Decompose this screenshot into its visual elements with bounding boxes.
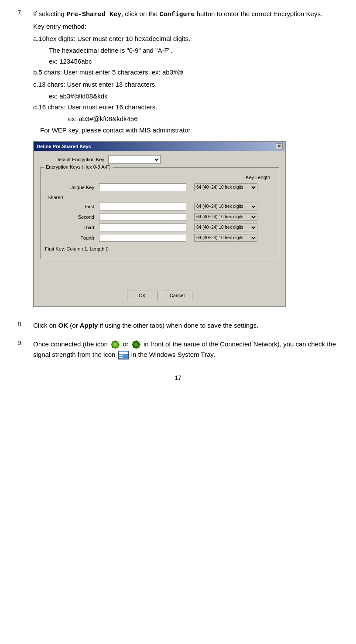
page-number: 17 — [17, 374, 339, 381]
wep-note: For WEP key, please contact with MIS adm… — [40, 125, 339, 135]
step-7-intro3: button to enter the correct Encryption K… — [195, 10, 322, 17]
first-key-input[interactable] — [99, 203, 186, 210]
sub-item-d: d.16 chars: User must enter 16 character… — [33, 102, 339, 124]
pre-shared-key-label: Pre-Shared Key — [66, 11, 121, 18]
step-8-ok: OK — [58, 322, 68, 329]
svg-rect-23 — [119, 357, 123, 358]
shared-label: Shared — [48, 195, 63, 200]
ok-button[interactable]: OK — [127, 291, 157, 300]
second-key-length-select[interactable]: 64 (40+24) 10 hex digits — [194, 213, 257, 221]
fourth-key-row: Fourth: 64 (40+24) 10 hex digits — [46, 233, 274, 243]
second-key-row: Second: 64 (40+24) 10 hex digits — [46, 212, 274, 222]
step-8: 8. Click on OK (or Apply if using the ot… — [17, 320, 339, 332]
sub-item-a: a.10hex digits: User must enter 10 hexad… — [33, 34, 339, 67]
third-key-row: Third: 64 (40+24) 10 hex digits — [46, 223, 274, 232]
third-label: Third: — [83, 225, 96, 230]
svg-line-17 — [138, 347, 139, 348]
signal-strength-icon — [118, 351, 129, 359]
cancel-button[interactable]: Cancel — [162, 291, 192, 300]
step-8-apply: Apply — [80, 322, 98, 329]
green-sun-icon-1 — [110, 340, 120, 349]
group-box-title: Encryption Keys (Hex 0-9 A-F) — [44, 164, 113, 169]
default-enc-select[interactable] — [108, 155, 161, 164]
step-7-body: If selecting Pre-Shared Key, click on th… — [33, 9, 339, 313]
sub-item-b-text: b.5 chars: User must enter 5 characters.… — [33, 67, 339, 77]
fourth-label: Fourth: — [80, 235, 96, 241]
svg-rect-22 — [119, 355, 123, 356]
fourth-key-input[interactable] — [99, 234, 186, 242]
third-key-input[interactable] — [99, 224, 186, 231]
dialog-spacer — [40, 263, 279, 285]
encryption-keys-group: Encryption Keys (Hex 0-9 A-F) Key Length — [40, 167, 279, 259]
sub-item-c-indent1: ex: ab3#@kf08&kdk — [49, 91, 339, 101]
dialog-title: Define Pre-Shared Keys — [37, 144, 91, 149]
step-8-text: Click on OK (or Apply if using the other… — [33, 320, 339, 330]
third-key-length-select[interactable]: 64 (40+24) 10 hex digits — [194, 224, 257, 231]
dialog-body: Default Encryption Key: Encryption Keys … — [34, 151, 285, 306]
shared-label-row: Shared — [46, 193, 274, 201]
sub-item-c: c.13 chars: User must enter 13 character… — [33, 79, 339, 102]
key-entry-label: Key entry method: — [33, 21, 339, 31]
keys-table: Key Length Unique Key: — [45, 174, 274, 244]
first-key-length-select[interactable]: 64 (40+24) 10 hex digits — [194, 203, 257, 210]
step-8-body: Click on OK (or Apply if using the other… — [33, 320, 339, 332]
svg-rect-21 — [119, 352, 128, 354]
key-length-header: Key Length — [192, 175, 274, 182]
step-7: 7. If selecting Pre-Shared Key, click on… — [17, 9, 339, 313]
sub-item-a-indent1: The hexadecimal define is "0-9" and "A-F… — [49, 45, 339, 55]
first-key-row: First: 64 (40+24) 10 hex digits — [46, 202, 274, 211]
sub-item-a-text: a.10hex digits: User must enter 10 hexad… — [33, 34, 339, 44]
first-label: First: — [85, 204, 96, 209]
unique-key-length-select[interactable]: 64 (40+24) 10 hex digits — [194, 183, 257, 191]
svg-point-1 — [113, 343, 117, 346]
step-8-num: 8. — [17, 320, 33, 332]
dialog-buttons: OK Cancel — [40, 291, 279, 300]
define-preshared-keys-dialog: Define Pre-Shared Keys ✕ Default Encrypt… — [33, 141, 286, 307]
sub-item-c-text: c.13 chars: User must enter 13 character… — [33, 79, 339, 89]
sub-item-d-indent1: ex: ab3#@kf08&kdk456 — [68, 114, 339, 124]
sub-item-a-indent2: ex: 123456abc — [49, 56, 339, 66]
svg-line-9 — [112, 347, 113, 348]
sub-item-b: b.5 chars: User must enter 5 characters.… — [33, 67, 339, 77]
fourth-key-length-select[interactable]: 64 (40+24) 10 hex digits — [194, 234, 257, 242]
default-enc-label: Default Encryption Key: — [40, 157, 106, 162]
step-9-body: Once connected (the icon — [33, 339, 339, 361]
step-7-intro-text: If selecting — [33, 10, 66, 17]
unique-key-row: Unique Key: 64 (40+24) 10 hex digits — [46, 183, 274, 192]
second-label: Second: — [78, 214, 96, 220]
step-7-intro2: , click on the — [121, 10, 160, 17]
svg-line-16 — [133, 342, 134, 342]
step-9-text: Once connected (the icon — [33, 339, 339, 359]
step-7-intro: If selecting Pre-Shared Key, click on th… — [33, 9, 339, 20]
dialog-close-button[interactable]: ✕ — [276, 143, 283, 149]
svg-rect-24 — [123, 355, 128, 358]
or-text: or — [123, 340, 128, 348]
svg-line-6 — [112, 342, 113, 342]
green-sun-icon-2 — [131, 340, 141, 349]
svg-point-11 — [134, 343, 138, 346]
dialog-titlebar: Define Pre-Shared Keys ✕ — [34, 142, 285, 151]
svg-line-18 — [138, 342, 139, 342]
default-enc-row: Default Encryption Key: — [40, 155, 279, 164]
svg-line-19 — [133, 347, 134, 348]
connected-icon-2 — [131, 340, 141, 349]
sub-item-d-text: d.16 chars: User must enter 16 character… — [33, 102, 339, 112]
step-9-num: 9. — [17, 339, 33, 361]
unique-key-label: Unique Key: — [69, 185, 96, 190]
svg-line-7 — [117, 347, 118, 348]
signal-icon-svg — [118, 351, 129, 359]
page-content: 7. If selecting Pre-Shared Key, click on… — [17, 9, 339, 381]
step-9: 9. Once connected (the icon — [17, 339, 339, 361]
connected-icon-1 — [110, 340, 120, 349]
svg-line-8 — [117, 342, 118, 342]
dialog-wrapper: Define Pre-Shared Keys ✕ Default Encrypt… — [33, 141, 339, 307]
unique-key-input[interactable] — [99, 183, 186, 191]
status-text: First Key: Column 1, Length 0 — [45, 245, 274, 253]
configure-label: Configure — [159, 11, 195, 18]
step-7-num: 7. — [17, 9, 33, 313]
second-key-input[interactable] — [99, 213, 186, 221]
